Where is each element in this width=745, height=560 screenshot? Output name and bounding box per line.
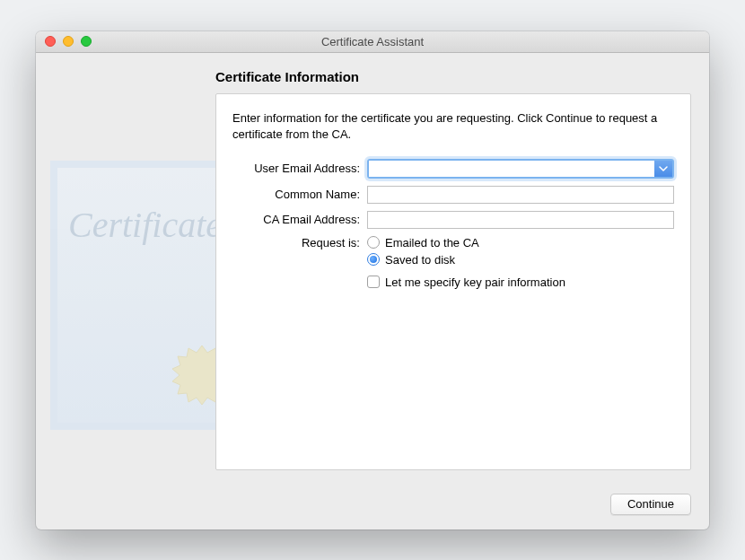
common-name-row: Common Name: bbox=[232, 186, 674, 204]
user-email-row: User Email Address: bbox=[232, 159, 674, 179]
user-email-dropdown-button[interactable] bbox=[654, 161, 672, 177]
ca-email-input[interactable] bbox=[367, 211, 674, 229]
common-name-label: Common Name: bbox=[232, 188, 367, 201]
radio-icon bbox=[367, 236, 380, 249]
close-icon[interactable] bbox=[45, 36, 56, 47]
ca-email-row: CA Email Address: bbox=[232, 211, 674, 229]
radio-saved[interactable]: Saved to disk bbox=[367, 253, 674, 267]
request-is-row: Request is: Emailed to the CA Saved to d… bbox=[232, 236, 674, 289]
radio-emailed[interactable]: Emailed to the CA bbox=[367, 236, 674, 249]
keypair-checkbox-label: Let me specify key pair information bbox=[385, 276, 565, 289]
continue-button[interactable]: Continue bbox=[610, 494, 691, 515]
traffic-lights bbox=[36, 36, 92, 47]
ca-email-label: CA Email Address: bbox=[232, 213, 367, 226]
footer: Continue bbox=[36, 483, 709, 529]
request-is-label: Request is: bbox=[232, 236, 367, 249]
user-email-combo[interactable] bbox=[367, 159, 674, 179]
radio-saved-label: Saved to disk bbox=[385, 253, 455, 267]
minimize-icon[interactable] bbox=[63, 36, 74, 47]
window-title: Certificate Assistant bbox=[36, 35, 709, 48]
common-name-input[interactable] bbox=[367, 186, 674, 204]
content: Certificate Certificate Information Ente… bbox=[36, 53, 709, 483]
certificate-script-text: Certificate bbox=[68, 204, 222, 246]
chevron-down-icon bbox=[659, 165, 668, 172]
instructions-text: Enter information for the certificate yo… bbox=[232, 110, 674, 143]
user-email-input[interactable] bbox=[369, 161, 654, 177]
keypair-checkbox-item[interactable]: Let me specify key pair information bbox=[367, 276, 674, 289]
section-title: Certificate Information bbox=[215, 69, 691, 84]
radio-icon bbox=[367, 253, 380, 266]
checkbox-icon bbox=[367, 276, 380, 288]
form-panel: Enter information for the certificate yo… bbox=[215, 93, 691, 470]
maximize-icon[interactable] bbox=[81, 36, 92, 47]
request-is-group: Emailed to the CA Saved to disk Let me s… bbox=[367, 236, 674, 289]
window: Certificate Assistant Certificate Certif… bbox=[36, 31, 709, 529]
titlebar[interactable]: Certificate Assistant bbox=[36, 31, 709, 53]
radio-emailed-label: Emailed to the CA bbox=[385, 236, 479, 249]
user-email-label: User Email Address: bbox=[232, 162, 367, 175]
